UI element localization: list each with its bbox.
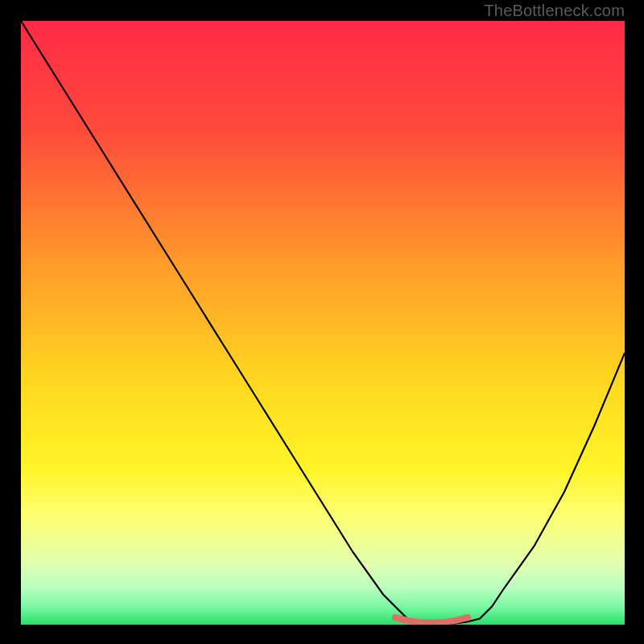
curve-layer (21, 21, 625, 625)
watermark-text: TheBottleneck.com (484, 2, 625, 20)
plot-area (21, 21, 625, 625)
flat-bottom-marker (395, 617, 468, 623)
bottleneck-curve (21, 21, 625, 624)
chart-container: TheBottleneck.com (0, 0, 644, 644)
